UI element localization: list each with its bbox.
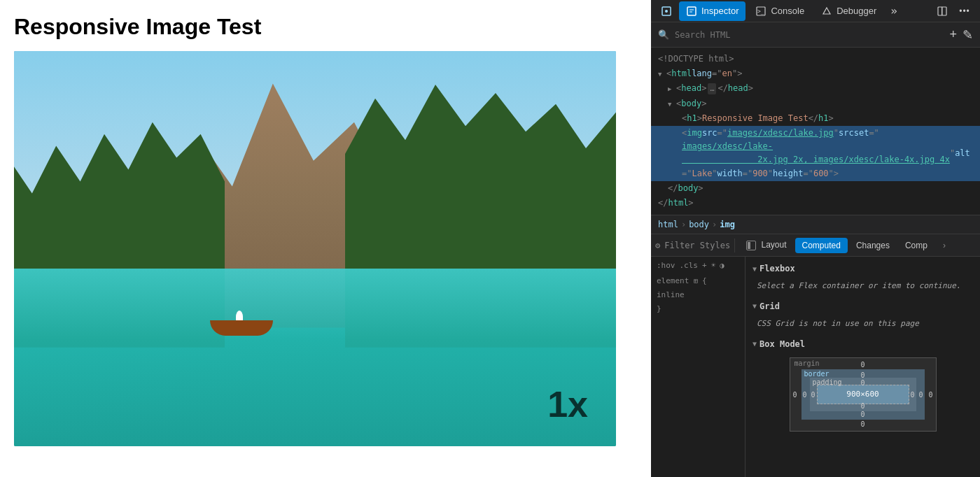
flexbox-message: Select a Flex container or item to conti… [757, 279, 969, 293]
padding-bottom-value: 0 [860, 402, 864, 410]
content-area: 900×600 [817, 385, 909, 404]
grid-arrow [752, 302, 757, 310]
light-mode-button[interactable]: ☀ [711, 261, 716, 270]
svg-rect-2 [687, 7, 696, 15]
border-bottom-value: 0 [860, 411, 864, 418]
svg-marker-7 [823, 8, 830, 14]
devtools-panel: Inspector >_ Console Debugger » [651, 0, 980, 477]
computed-tab[interactable]: Computed [795, 238, 848, 253]
filter-styles-label: Filter Styles [664, 241, 730, 250]
styles-area: :hov .cls + ☀ ◑ element ⊞ { inline } [651, 257, 746, 477]
html-search-bar: 🔍 + ✎ [651, 22, 980, 48]
tree-h1[interactable]: <h1>Responsive Image Test</h1> [651, 111, 980, 126]
layout-tab-icon [746, 241, 756, 250]
debugger-icon [821, 6, 832, 17]
box-model-container: margin 0 0 0 0 border 0 0 0 0 [746, 352, 980, 437]
edit-html-button[interactable]: ✎ [962, 27, 973, 43]
layout-tab-label: Layout [762, 240, 787, 250]
rule-brace-close: } [657, 304, 662, 313]
html-expand[interactable] [658, 67, 666, 80]
padding-layer: padding 0 0 0 0 900×600 [810, 378, 916, 411]
padding-left-value: 0 [811, 390, 816, 398]
content-size: 900×600 [846, 390, 878, 399]
comp-tab[interactable]: Comp [898, 238, 934, 253]
padding-label: padding [813, 378, 842, 386]
search-input[interactable] [675, 30, 944, 40]
console-tab[interactable]: >_ Console [748, 1, 811, 21]
boat [206, 308, 276, 336]
add-rule-button[interactable]: + [702, 261, 707, 270]
box-model-header-label: Box Model [760, 339, 805, 349]
ellipsis-icon: ••• [959, 6, 970, 16]
box-model-arrow [752, 340, 757, 348]
tree-body-close[interactable]: </body> [651, 181, 980, 196]
margin-bottom-value: 0 [860, 420, 864, 428]
margin-left-value: 0 [793, 390, 797, 398]
debugger-tab[interactable]: Debugger [814, 1, 883, 21]
grid-section-content: CSS Grid is not in use on this page [746, 314, 980, 336]
devtools-toolbar: Inspector >_ Console Debugger » [651, 0, 980, 22]
margin-label: margin [794, 359, 820, 367]
box-model-diagram: margin 0 0 0 0 border 0 0 0 0 [790, 357, 937, 432]
add-attribute-button[interactable]: + [949, 27, 957, 42]
breadcrumb: html › body › img [651, 215, 980, 234]
divider [734, 239, 735, 252]
body-expand[interactable] [668, 97, 676, 111]
tree-body[interactable]: <body> [651, 97, 980, 111]
flexbox-header-label: Flexbox [760, 264, 795, 273]
inspector-icon [686, 6, 697, 17]
dark-mode-button[interactable]: ◑ [720, 261, 724, 270]
debugger-tab-label: Debugger [836, 6, 876, 16]
dock-button[interactable] [932, 1, 952, 21]
inspector-tab[interactable]: Inspector [679, 1, 746, 21]
padding-top-value: 0 [860, 379, 864, 387]
toolbar-right: ••• [932, 1, 974, 21]
rule-brace-open: { [702, 276, 707, 285]
html-tree: <!DOCTYPE html> <html lang="en"> <head> … [651, 48, 980, 215]
flexbox-section-header[interactable]: Flexbox [746, 261, 980, 276]
border-right-value: 0 [918, 390, 923, 398]
box-model-section-header[interactable]: Box Model [746, 336, 980, 352]
tree-html[interactable]: <html lang="en"> [651, 66, 980, 81]
cls-button[interactable]: .cls [680, 261, 699, 270]
layout-tab[interactable]: Layout [739, 237, 793, 253]
inspect-element-button[interactable] [657, 1, 676, 21]
more-styles-tab[interactable]: › [936, 238, 953, 253]
padding-right-value: 0 [910, 390, 914, 398]
tree-head[interactable]: <head> … </head> [651, 81, 980, 96]
search-icon: 🔍 [658, 29, 669, 40]
page-title: Responsive Image Test [14, 14, 637, 40]
hov-button[interactable]: :hov [657, 261, 676, 270]
inspector-tab-label: Inspector [701, 6, 738, 16]
border-layer: border 0 0 0 0 padding 0 0 0 0 [802, 369, 925, 420]
svg-rect-9 [941, 7, 943, 15]
breadcrumb-html[interactable]: html [658, 220, 678, 229]
tree-html-close[interactable]: </html> [651, 196, 980, 211]
styles-tabs-bar: ⚙ Filter Styles Layout Computed Changes … [651, 234, 980, 257]
tree-doctype[interactable]: <!DOCTYPE html> [651, 52, 980, 66]
breadcrumb-img[interactable]: img [720, 220, 735, 229]
pseudo-toolbar: :hov .cls + ☀ ◑ [657, 261, 739, 270]
svg-text:>_: >_ [757, 8, 764, 15]
margin-top-value: 0 [860, 361, 864, 369]
layout-area: Flexbox Select a Flex container or item … [746, 257, 980, 477]
console-icon: >_ [755, 6, 766, 17]
breadcrumb-body[interactable]: body [689, 220, 709, 229]
flexbox-arrow [752, 265, 757, 273]
changes-tab[interactable]: Changes [849, 238, 897, 253]
rule-keyword: inline [657, 290, 685, 299]
comp-tab-label: Comp [905, 241, 927, 250]
layout-panel: :hov .cls + ☀ ◑ element ⊞ { inline } Fle… [651, 257, 980, 477]
options-button[interactable]: ••• [955, 1, 974, 21]
more-tools-button[interactable]: » [888, 4, 900, 17]
tree-img[interactable]: <img src="images/xdesc/lake.jpg" srcset=… [651, 126, 980, 181]
filter-styles-area: ⚙ Filter Styles [655, 241, 730, 250]
border-left-value: 0 [803, 390, 807, 398]
grid-section-header[interactable]: Grid [746, 299, 980, 314]
head-expand[interactable] [668, 82, 676, 95]
computed-tab-label: Computed [802, 241, 841, 250]
grid-message: CSS Grid is not in use on this page [757, 317, 969, 331]
image-watermark: 1x [547, 383, 588, 425]
doctype-text: <!DOCTYPE html> [658, 52, 734, 66]
margin-layer: margin 0 0 0 0 border 0 0 0 0 [790, 357, 937, 432]
